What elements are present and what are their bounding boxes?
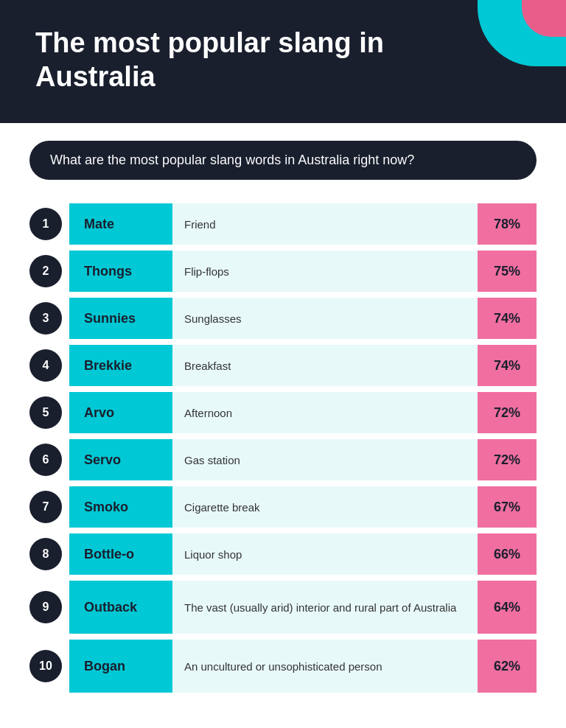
table-row: 1 Mate Friend 78% [29, 203, 537, 245]
slang-word-cell: Brekkie [69, 345, 172, 386]
percent-value: 64% [494, 600, 520, 615]
table-row: 9 Outback The vast (usually arid) interi… [29, 581, 537, 634]
page-title: The most popular slang in Australia [35, 27, 463, 94]
slang-word: Sunnies [84, 311, 136, 326]
subtitle-box: What are the most popular slang words in… [29, 141, 537, 180]
table-row: 4 Brekkie Breakfast 74% [29, 345, 537, 386]
slang-word-cell: Bottle-o [69, 533, 172, 575]
slang-table: 1 Mate Friend 78% 2 Thongs Flip-flops 75… [0, 192, 566, 716]
table-row: 3 Sunnies Sunglasses 74% [29, 298, 537, 339]
table-row: 2 Thongs Flip-flops 75% [29, 251, 537, 292]
percent-value: 66% [494, 547, 520, 562]
slang-word: Servo [84, 452, 121, 468]
rank-number: 3 [29, 302, 62, 335]
percent-cell: 67% [478, 486, 537, 528]
rank-number: 6 [29, 444, 62, 476]
percent-cell: 72% [478, 392, 537, 433]
slang-word: Smoko [84, 500, 128, 515]
slang-word: Arvo [84, 405, 114, 421]
percent-value: 67% [494, 500, 520, 515]
percent-cell: 75% [478, 251, 537, 292]
percent-cell: 78% [478, 203, 537, 245]
slang-word: Outback [84, 600, 137, 615]
definition-cell: An uncultured or unsophisticated person [172, 640, 478, 693]
slang-word-cell: Sunnies [69, 298, 172, 339]
definition-cell: Afternoon [172, 392, 478, 433]
slang-word-cell: Smoko [69, 486, 172, 528]
rank-number: 4 [29, 349, 62, 382]
table-row: 8 Bottle-o Liquor shop 66% [29, 533, 537, 575]
percent-value: 62% [494, 659, 520, 674]
rank-number: 2 [29, 255, 62, 287]
slang-word: Bottle-o [84, 547, 134, 562]
definition-cell: Liquor shop [172, 533, 478, 575]
percent-cell: 74% [478, 345, 537, 386]
percent-cell: 66% [478, 533, 537, 575]
subtitle-section: What are the most popular slang words in… [0, 123, 566, 192]
slang-word: Thongs [84, 264, 132, 279]
slang-word-cell: Thongs [69, 251, 172, 292]
percent-value: 78% [494, 217, 520, 232]
percent-value: 72% [494, 452, 520, 468]
slang-word: Bogan [84, 659, 125, 674]
definition-cell: The vast (usually arid) interior and rur… [172, 581, 478, 634]
rank-number: 9 [29, 591, 62, 623]
definition-cell: Breakfast [172, 345, 478, 386]
percent-cell: 74% [478, 298, 537, 339]
percent-cell: 72% [478, 439, 537, 480]
table-row: 6 Servo Gas station 72% [29, 439, 537, 480]
percent-cell: 62% [478, 640, 537, 693]
footer: preply [0, 716, 566, 728]
definition-cell: Sunglasses [172, 298, 478, 339]
slang-word-cell: Outback [69, 581, 172, 634]
slang-word-cell: Servo [69, 439, 172, 480]
slang-word: Mate [84, 217, 114, 232]
subtitle-text: What are the most popular slang words in… [50, 153, 516, 168]
rank-number: 1 [29, 208, 62, 240]
percent-value: 75% [494, 264, 520, 279]
slang-word-cell: Mate [69, 203, 172, 245]
rank-number: 8 [29, 538, 62, 570]
percent-value: 74% [494, 358, 520, 374]
percent-value: 74% [494, 311, 520, 326]
slang-word: Brekkie [84, 358, 132, 374]
rank-number: 7 [29, 491, 62, 523]
table-row: 10 Bogan An uncultured or unsophisticate… [29, 640, 537, 693]
definition-cell: Gas station [172, 439, 478, 480]
slang-word-cell: Bogan [69, 640, 172, 693]
table-row: 7 Smoko Cigarette break 67% [29, 486, 537, 528]
rank-number: 10 [29, 650, 62, 682]
definition-cell: Friend [172, 203, 478, 245]
slang-word-cell: Arvo [69, 392, 172, 433]
definition-cell: Flip-flops [172, 251, 478, 292]
percent-cell: 64% [478, 581, 537, 634]
rank-number: 5 [29, 396, 62, 429]
definition-cell: Cigarette break [172, 486, 478, 528]
header-section: The most popular slang in Australia [0, 0, 566, 123]
table-row: 5 Arvo Afternoon 72% [29, 392, 537, 433]
percent-value: 72% [494, 405, 520, 421]
